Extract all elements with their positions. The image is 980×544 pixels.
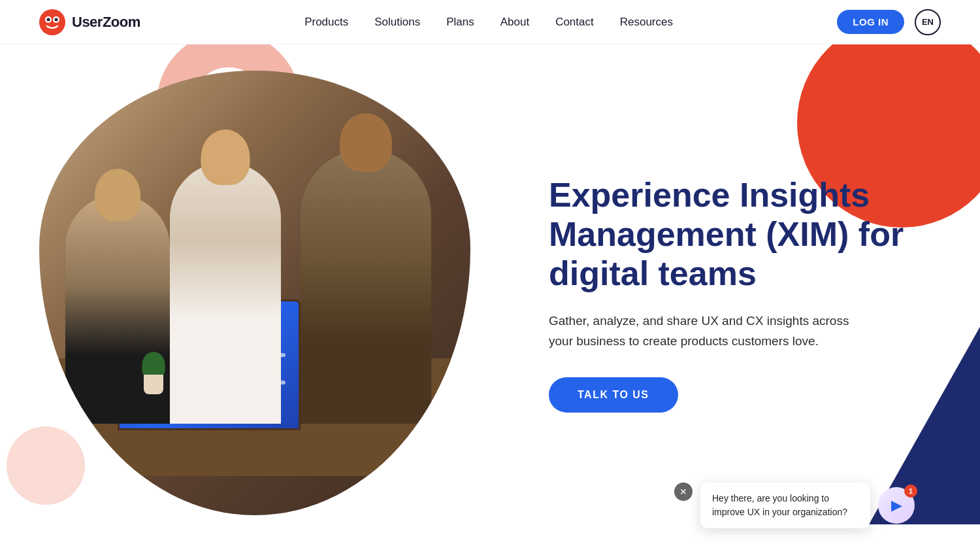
hero-subtext: Gather, analyze, and share UX and CX ins…	[549, 311, 875, 351]
nav-item-resources[interactable]: Resources	[620, 16, 673, 29]
chat-bubble[interactable]: Hey there, are you looking to improve UX…	[700, 483, 870, 528]
close-icon: ✕	[679, 486, 687, 497]
person-right-body	[301, 149, 431, 424]
nav-item-solutions[interactable]: Solutions	[374, 16, 420, 29]
chat-close-button[interactable]: ✕	[674, 483, 693, 501]
nav-links: Products Solutions Plans About Contact R…	[304, 16, 673, 29]
logo-text: UserZoom	[72, 14, 140, 31]
svg-point-3	[47, 18, 50, 21]
navbar: UserZoom Products Solutions Plans About …	[0, 0, 980, 44]
nav-item-about[interactable]: About	[500, 16, 529, 29]
chat-message: Hey there, are you looking to improve UX…	[712, 493, 847, 517]
talk-to-us-button[interactable]: TALK TO US	[549, 377, 678, 413]
language-button[interactable]: EN	[915, 9, 941, 35]
person-right-head	[340, 113, 392, 172]
login-button[interactable]: LOG IN	[837, 10, 904, 34]
chat-widget: ✕ Hey there, are you looking to improve …	[674, 483, 915, 528]
chat-avatar[interactable]: ▶ 1	[878, 487, 915, 524]
svg-point-4	[55, 18, 58, 21]
chat-notification-badge: 1	[904, 484, 917, 498]
person-middle-body	[170, 162, 281, 424]
logo[interactable]: UserZoom	[39, 9, 140, 35]
hero-section: Experience Insights Management (XIM) for…	[0, 44, 980, 544]
chat-arrow-icon: ▶	[891, 497, 902, 514]
nav-item-contact[interactable]: Contact	[555, 16, 594, 29]
hero-heading: Experience Insights Management (XIM) for…	[549, 176, 915, 293]
svg-point-0	[39, 9, 65, 35]
hero-content: Experience Insights Management (XIM) for…	[549, 176, 915, 413]
plant-leaves	[142, 352, 165, 378]
plant-pot	[144, 375, 163, 394]
nav-actions: LOG IN EN	[837, 9, 941, 35]
nav-item-products[interactable]: Products	[304, 16, 348, 29]
hero-image	[39, 71, 470, 515]
person-left-head	[95, 169, 140, 221]
userzoom-logo-icon	[39, 9, 65, 35]
person-middle-head	[201, 129, 250, 185]
image-plant	[140, 348, 167, 394]
nav-item-plans[interactable]: Plans	[446, 16, 474, 29]
